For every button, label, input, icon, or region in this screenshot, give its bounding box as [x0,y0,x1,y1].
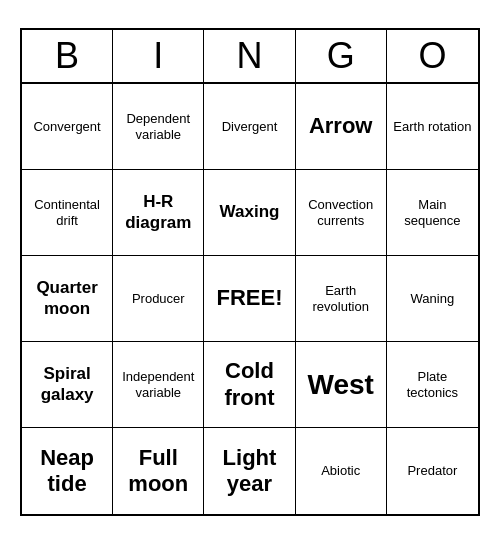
bingo-cell: Waning [387,256,478,342]
bingo-cell: Cold front [204,342,295,428]
cell-text: Convection currents [300,197,382,228]
bingo-cell: Waxing [204,170,295,256]
cell-text: FREE! [216,285,282,311]
bingo-cell: Continental drift [22,170,113,256]
bingo-cell: Convergent [22,84,113,170]
cell-text: West [308,368,374,402]
cell-text: Full moon [117,445,199,498]
cell-text: Arrow [309,113,373,139]
header-letter: N [204,30,295,82]
cell-text: Continental drift [26,197,108,228]
cell-text: Earth rotation [393,119,471,135]
cell-text: Spiral galaxy [26,364,108,405]
bingo-cell: Predator [387,428,478,514]
cell-text: Convergent [33,119,100,135]
cell-text: Waning [411,291,455,307]
cell-text: Producer [132,291,185,307]
bingo-cell: Neap tide [22,428,113,514]
bingo-header: BINGO [22,30,478,84]
bingo-cell: Producer [113,256,204,342]
bingo-cell: Dependent variable [113,84,204,170]
cell-text: Quarter moon [26,278,108,319]
bingo-cell: Main sequence [387,170,478,256]
bingo-cell: Convection currents [296,170,387,256]
cell-text: H-R diagram [117,192,199,233]
bingo-cell: West [296,342,387,428]
bingo-card: BINGO ConvergentDependent variableDiverg… [20,28,480,516]
cell-text: Light year [208,445,290,498]
cell-text: Plate tectonics [391,369,474,400]
bingo-cell: H-R diagram [113,170,204,256]
cell-text: Main sequence [391,197,474,228]
header-letter: G [296,30,387,82]
cell-text: Predator [407,463,457,479]
bingo-cell: Divergent [204,84,295,170]
cell-text: Independent variable [117,369,199,400]
bingo-cell: Arrow [296,84,387,170]
bingo-cell: Quarter moon [22,256,113,342]
bingo-cell: Independent variable [113,342,204,428]
bingo-cell: Earth rotation [387,84,478,170]
cell-text: Earth revolution [300,283,382,314]
cell-text: Cold front [208,358,290,411]
header-letter: O [387,30,478,82]
bingo-cell: Plate tectonics [387,342,478,428]
cell-text: Neap tide [26,445,108,498]
bingo-cell: Spiral galaxy [22,342,113,428]
bingo-cell: Earth revolution [296,256,387,342]
bingo-grid: ConvergentDependent variableDivergentArr… [22,84,478,514]
bingo-cell: Light year [204,428,295,514]
bingo-cell: Abiotic [296,428,387,514]
header-letter: B [22,30,113,82]
bingo-cell: Full moon [113,428,204,514]
bingo-cell: FREE! [204,256,295,342]
header-letter: I [113,30,204,82]
cell-text: Waxing [220,202,280,222]
cell-text: Dependent variable [117,111,199,142]
cell-text: Abiotic [321,463,360,479]
cell-text: Divergent [222,119,278,135]
